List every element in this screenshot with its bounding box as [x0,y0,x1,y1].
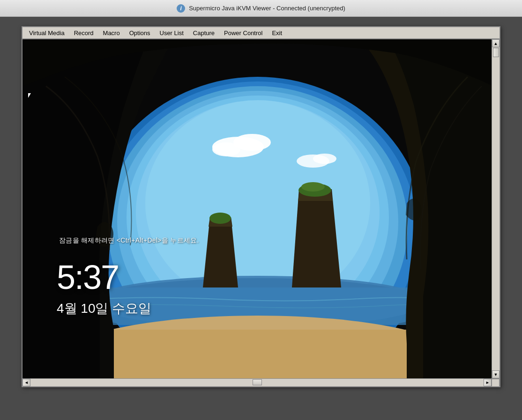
menu-user-list[interactable]: User List [155,29,188,37]
scroll-up-button[interactable]: ▲ [492,39,500,47]
info-icon: i [177,4,185,13]
scroll-track-vertical[interactable] [492,47,500,370]
scroll-track-horizontal[interactable] [30,379,484,386]
svg-point-10 [212,142,240,156]
svg-point-12 [313,154,336,164]
scroll-thumb-horizontal[interactable] [253,379,262,385]
clock-date: 4월 10일 수요일 [57,300,151,317]
title-bar: i Supermicro Java iKVM Viewer - Connecte… [0,0,522,17]
svg-point-24 [301,182,325,192]
scroll-down-button[interactable]: ▼ [492,370,500,378]
menu-virtual-media[interactable]: Virtual Media [24,29,69,37]
remote-screen[interactable]: 잠금을 해제하려면 <Ctrl+Alt+Del>을 누르세요. 5:37 4월 … [22,39,492,378]
menu-bar: Virtual Media Record Macro Options User … [22,27,500,39]
lock-hint: 잠금을 해제하려면 <Ctrl+Alt+Del>을 누르세요. [59,236,199,245]
window-title: Supermicro Java iKVM Viewer - Connected … [189,5,345,12]
kvm-content-wrapper: 잠금을 해제하려면 <Ctrl+Alt+Del>을 누르세요. 5:37 4월 … [22,39,500,386]
menu-power-control[interactable]: Power Control [219,29,267,37]
scrollbar-bottom: ◄ ► [22,378,500,386]
scroll-thumb-vertical[interactable] [493,48,499,57]
kvm-window: Virtual Media Record Macro Options User … [22,26,500,387]
kvm-inner: 잠금을 해제하려면 <Ctrl+Alt+Del>을 누르세요. 5:37 4월 … [22,39,500,378]
kvm-viewport[interactable]: 잠금을 해제하려면 <Ctrl+Alt+Del>을 누르세요. 5:37 4월 … [22,39,492,378]
scrollbar-right: ▲ ▼ [492,39,500,378]
menu-exit[interactable]: Exit [267,29,287,37]
mouse-cursor [28,93,33,98]
menu-capture[interactable]: Capture [188,29,219,37]
svg-point-20 [209,213,231,224]
scroll-resize-corner [492,379,500,387]
menu-record[interactable]: Record [69,29,98,37]
menu-macro[interactable]: Macro [98,29,125,37]
menu-options[interactable]: Options [125,29,155,37]
scroll-right-button[interactable]: ► [484,379,492,386]
scroll-left-button[interactable]: ◄ [22,379,30,386]
clock-time: 5:37 [57,258,119,296]
